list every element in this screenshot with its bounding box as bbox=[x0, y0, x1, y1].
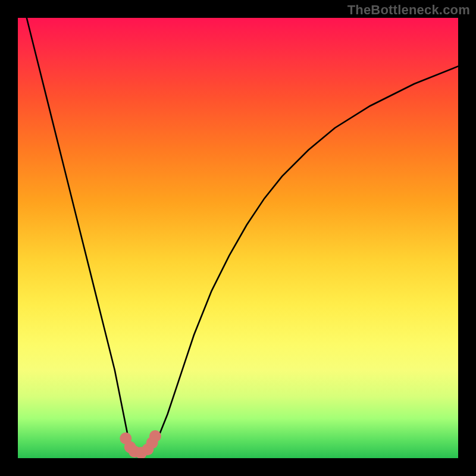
watermark-text: TheBottleneck.com bbox=[347, 2, 470, 18]
near-min-marker bbox=[149, 430, 161, 442]
plot-area bbox=[18, 18, 458, 458]
curve-svg bbox=[18, 18, 458, 458]
chart-frame: TheBottleneck.com bbox=[0, 0, 476, 476]
bottleneck-curve-path bbox=[27, 18, 458, 454]
marker-group bbox=[120, 430, 161, 458]
